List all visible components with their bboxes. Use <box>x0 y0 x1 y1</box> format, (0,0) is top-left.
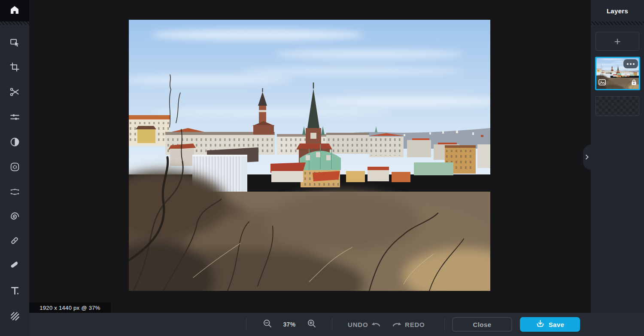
retouch-tool-button[interactable] <box>0 231 29 250</box>
divider <box>332 318 332 331</box>
text-tool-button[interactable] <box>0 281 29 300</box>
pattern-tool-button[interactable] <box>0 306 29 325</box>
retouch-bandaid-icon <box>9 235 20 246</box>
zoom-level: 37% <box>280 313 299 336</box>
plus-icon: + <box>614 35 620 48</box>
undo-label: UNDO <box>348 321 368 328</box>
layers-panel-title: Layers <box>591 0 644 21</box>
zoom-in-icon <box>307 319 316 330</box>
canvas-status: 1920 x 1440 px @ 37% <box>29 302 111 313</box>
photo-layer[interactable] <box>129 20 490 291</box>
add-layer-button[interactable]: + <box>595 32 639 51</box>
effect-dots-icon <box>9 162 20 172</box>
save-label: Save <box>549 321 565 328</box>
divider <box>246 318 246 331</box>
ellipsis-icon <box>627 63 629 65</box>
layer-item-empty[interactable] <box>595 96 639 116</box>
left-toolbar <box>0 0 29 336</box>
cutout-scissors-icon <box>9 86 20 98</box>
redo-arrow-icon <box>392 321 402 329</box>
liquify-spiral-icon <box>9 211 20 222</box>
draw-brush-icon <box>9 260 20 270</box>
close-label: Close <box>473 321 492 328</box>
cutout-tool-button[interactable] <box>0 82 29 101</box>
image-icon <box>598 79 606 87</box>
liquify-tool-button[interactable] <box>0 207 29 226</box>
download-icon <box>536 320 545 329</box>
layers-panel: Layers + <box>591 0 644 313</box>
chevron-right-icon <box>586 153 589 161</box>
home-button[interactable] <box>0 0 29 21</box>
draw-tool-button[interactable] <box>0 256 29 275</box>
disperse-tool-button[interactable] <box>0 182 29 201</box>
arrange-tool-button[interactable] <box>0 33 29 52</box>
layer-item-image[interactable] <box>595 57 640 90</box>
redo-button[interactable]: REDO <box>392 313 425 336</box>
home-icon <box>9 5 20 17</box>
layers-panel-divider <box>591 21 644 25</box>
undo-arrow-icon <box>371 321 381 329</box>
effect-tool-button[interactable] <box>0 157 29 176</box>
layer-menu-button[interactable] <box>623 59 638 68</box>
redo-label: REDO <box>405 321 425 328</box>
bottom-bar: 37% UNDO REDO Close Save <box>29 313 644 336</box>
close-button[interactable]: Close <box>452 317 512 332</box>
save-button[interactable]: Save <box>520 317 580 332</box>
canvas-status-label: 1920 x 1440 px @ 37% <box>39 305 100 311</box>
crop-tool-button[interactable] <box>0 58 29 76</box>
zoom-out-icon <box>263 319 272 330</box>
divider <box>444 318 445 331</box>
filter-contrast-icon <box>9 137 20 147</box>
pattern-hatch-icon <box>9 311 20 321</box>
text-tool-icon <box>9 285 20 296</box>
canvas-area: 1920 x 1440 px @ 37% <box>29 0 591 313</box>
undo-button[interactable]: UNDO <box>348 313 381 336</box>
zoom-in-button[interactable] <box>307 319 317 330</box>
zoom-out-button[interactable] <box>262 319 273 330</box>
filter-tool-button[interactable] <box>0 132 29 151</box>
lock-icon <box>631 79 637 87</box>
disperse-icon <box>9 186 20 197</box>
adjust-sliders-icon <box>9 112 20 122</box>
panel-expand-tab[interactable] <box>583 145 591 170</box>
adjust-tool-button[interactable] <box>0 107 29 126</box>
crop-icon <box>9 62 20 72</box>
arrange-icon <box>9 37 20 48</box>
toolbar-divider <box>0 21 29 25</box>
